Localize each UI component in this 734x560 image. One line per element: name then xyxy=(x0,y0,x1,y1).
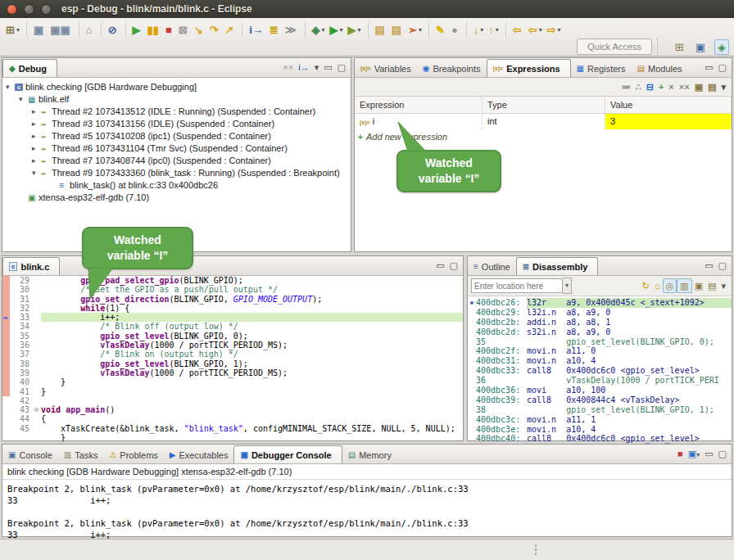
resume-icon[interactable]: ▶ xyxy=(125,21,145,38)
disassembly-line[interactable]: 400dbc40: call8 0x400dc6c0 <gpio_set_lev… xyxy=(468,434,732,444)
code-line[interactable]: → 34 /* Blink off (output low) */ xyxy=(2,322,463,331)
new-wizard-icon[interactable]: ⊞ ▾ xyxy=(3,21,22,38)
show-source-icon[interactable]: ▥ xyxy=(677,278,691,293)
fold-marker-icon[interactable] xyxy=(32,332,41,341)
fold-marker-icon[interactable] xyxy=(32,304,41,313)
new-view-icon[interactable]: ▣ xyxy=(692,80,705,93)
view-menu-icon[interactable]: ▾ xyxy=(718,279,728,292)
fold-marker-icon[interactable] xyxy=(32,368,41,377)
tree-twisty-icon[interactable]: ▸ xyxy=(32,106,41,118)
list-edit-icon[interactable]: ≣ xyxy=(267,21,283,38)
back-history-icon[interactable]: ⇦ ▾ xyxy=(526,21,545,38)
debug-tree-item[interactable]: ▸ Thread #7 1073408744 (ipc0) (Suspended… xyxy=(2,155,351,167)
code-line[interactable]: → 30 /* Set the GPIO as a push/pull outp… xyxy=(2,285,463,294)
tab-blink-c[interactable]: blink.c xyxy=(2,257,60,275)
collapse-all-icon[interactable]: ⊟ xyxy=(644,80,656,93)
step-return-icon[interactable]: ↗ xyxy=(222,21,238,38)
tree-twisty-icon[interactable]: ▸ xyxy=(32,118,41,130)
add-expression-icon[interactable]: + xyxy=(656,80,666,93)
save-all-icon[interactable]: ▣▣ xyxy=(48,21,75,38)
open-folder-icon[interactable]: ▤ xyxy=(368,21,389,38)
home-icon[interactable]: ⌂ xyxy=(652,279,663,292)
last-edit-location-icon[interactable]: ↓ ▾ xyxy=(466,21,487,38)
fold-marker-icon[interactable] xyxy=(32,414,41,423)
disassembly-line[interactable]: 36 vTaskDelay(1000 / portTICK_PERI xyxy=(468,376,732,386)
location-input[interactable] xyxy=(471,278,563,293)
debug-perspective-icon[interactable]: ◈ xyxy=(714,39,729,55)
tree-twisty-icon[interactable]: ▾ xyxy=(6,81,15,93)
terminate-console-icon[interactable]: ■ xyxy=(675,447,686,460)
code-line[interactable]: → 43 ⊖ void app_main() xyxy=(2,405,463,414)
show-logical-structure-icon[interactable]: ∴ xyxy=(633,80,644,93)
step-into-icon[interactable]: ↘ xyxy=(192,21,207,38)
fold-marker-icon[interactable] xyxy=(32,285,41,294)
forward-icon[interactable]: ⇨ ▾ xyxy=(545,21,564,38)
breakpoint-instruction-pointer-icon[interactable]: → xyxy=(2,313,7,322)
disassembly-line[interactable]: 400dbc39: call8 0x400844c4 <vTaskDelay> xyxy=(468,395,732,405)
view-menu-icon[interactable]: ▾ xyxy=(718,80,728,93)
fold-marker-icon[interactable] xyxy=(32,359,41,368)
open-perspective-icon[interactable]: ⊞ xyxy=(673,40,686,54)
rocket-icon[interactable]: ➢ ▾ xyxy=(406,21,424,38)
goto-annotation-icon[interactable]: ↑ ▾ xyxy=(486,21,501,38)
code-line[interactable]: → 29 gpio_pad_select_gpio(BLINK_GPIO); xyxy=(2,276,463,285)
tab-problems[interactable]: Problems xyxy=(103,446,163,463)
show-type-names-icon[interactable]: ≔ xyxy=(619,80,633,93)
code-line[interactable]: → 44 { xyxy=(2,414,463,423)
fold-marker-icon[interactable] xyxy=(32,433,41,441)
disassembly-line[interactable]: ◆ 400dbc26: l32r a9, 0x400d045c <_stext+… xyxy=(468,298,732,308)
tree-twisty-icon[interactable]: ▾ xyxy=(32,167,41,179)
highlighter-icon[interactable]: ✎ xyxy=(428,21,449,38)
disassembly-line[interactable]: 400dbc31: movi.n a10, 4 xyxy=(468,356,732,366)
suspend-icon[interactable]: ▮▮ xyxy=(145,21,163,38)
tab-modules[interactable]: Modules xyxy=(632,60,688,77)
debug-tree-item[interactable]: blink_task() at blink.c:33 0x400dbc26 xyxy=(2,179,351,192)
disassembly-line[interactable]: 400dbc3c: movi.n a11, 1 xyxy=(468,415,732,425)
debug-tree-item[interactable]: ▾ blink.elf xyxy=(2,93,351,106)
tab-disassembly[interactable]: Disassembly xyxy=(516,257,599,275)
tab-executables[interactable]: Executables xyxy=(164,446,234,463)
view-menu-icon[interactable]: ▾ xyxy=(312,61,322,74)
instruction-stepping-icon[interactable]: i→ xyxy=(296,61,311,74)
minimize-icon[interactable]: ▭ xyxy=(433,259,446,272)
fold-marker-icon[interactable] xyxy=(32,424,41,433)
disassembly-listing[interactable]: ◆ 400dbc26: l32r a9, 0x400d045c <_stext+… xyxy=(468,296,732,444)
tree-twisty-icon[interactable]: ▸ xyxy=(32,142,41,155)
skip-all-breakpoints-icon[interactable]: ⊘ xyxy=(101,21,121,38)
code-editor[interactable]: → 29 gpio_pad_select_gpio(BLINK_GPIO); →… xyxy=(2,276,463,441)
tree-twisty-icon[interactable]: ▸ xyxy=(32,155,41,167)
minimize-icon[interactable]: ▭ xyxy=(702,61,715,74)
pin-view-icon[interactable]: ▤ xyxy=(705,80,718,93)
debug-tree-item[interactable]: xtensa-esp32-elf-gdb (7.10) xyxy=(2,192,351,204)
sphere-icon[interactable]: ● xyxy=(449,21,462,38)
maximize-icon[interactable]: ▢ xyxy=(335,61,348,74)
tab-variables[interactable]: Variables xyxy=(355,60,417,77)
window-maximize-button[interactable] xyxy=(41,4,52,15)
fold-marker-icon[interactable] xyxy=(32,313,41,322)
window-close-button[interactable] xyxy=(7,4,17,15)
code-line[interactable]: → 32 while(1) { xyxy=(2,304,463,313)
code-line[interactable]: → 38 gpio_set_level(BLINK_GPIO, 1); xyxy=(2,359,463,368)
step-over-icon[interactable]: ↷ xyxy=(207,21,223,38)
disassembly-line[interactable]: 400dbc29: l32i.n a8, a9, 0 xyxy=(468,308,732,318)
code-line[interactable]: → 39 vTaskDelay(1000 / portTICK_PERIOD_M… xyxy=(2,368,463,377)
code-line[interactable]: → 42 xyxy=(2,396,463,405)
tab-console[interactable]: Console xyxy=(2,446,58,463)
disassembly-line[interactable]: 400dbc36: movi a10, 100 xyxy=(468,386,732,395)
debug-tree-item[interactable]: ▾ blink checking [GDB Hardware Debugging… xyxy=(2,81,351,93)
fold-marker-icon[interactable] xyxy=(32,322,41,331)
remove-all-terminated-icon[interactable]: ×× xyxy=(280,61,296,74)
column-header[interactable]: Expression xyxy=(355,97,483,113)
run-icon[interactable]: ▶ ▾ xyxy=(328,21,346,38)
debug-tree-item[interactable]: ▾ Thread #9 1073433360 (blink_task : Run… xyxy=(2,167,351,179)
code-line[interactable]: → 36 vTaskDelay(1000 / portTICK_PERIOD_M… xyxy=(2,341,463,350)
tree-twisty-icon[interactable]: ▸ xyxy=(32,130,41,142)
debug-tree-item[interactable]: ▸ Thread #5 1073410208 (ipc1) (Suspended… xyxy=(2,130,351,142)
code-line[interactable]: → 40 } xyxy=(2,377,463,386)
disassembly-line[interactable]: 400dbc2d: s32i.n a8, a9, 0 xyxy=(468,327,732,337)
disassembly-line[interactable]: 400dbc3e: movi.n a10, 4 xyxy=(468,425,732,435)
build-icon[interactable]: ⌂ xyxy=(79,21,97,38)
code-line[interactable]: → 35 gpio_set_level(BLINK_GPIO, 0); xyxy=(2,332,463,341)
maximize-icon[interactable]: ▢ xyxy=(447,259,460,272)
external-tools-icon[interactable]: ▶ ▾ xyxy=(346,21,364,38)
